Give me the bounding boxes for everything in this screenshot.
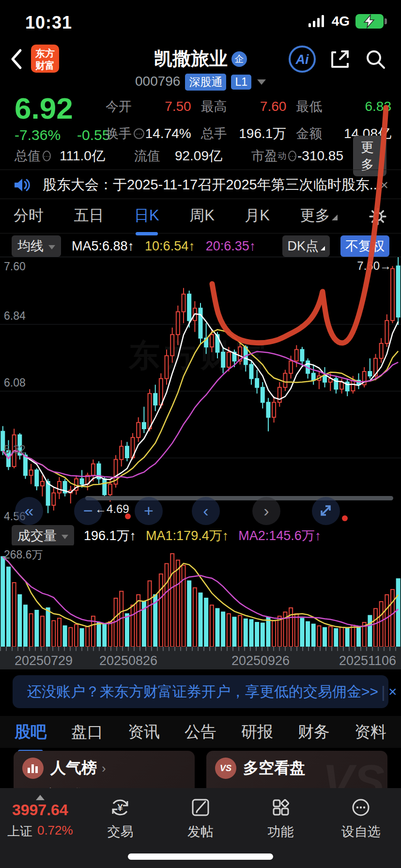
open-value: 7.50 (132, 99, 201, 114)
close-icon[interactable]: × (380, 177, 388, 193)
index-value: 3997.64 (12, 801, 68, 819)
share-icon[interactable] (328, 47, 352, 71)
tab-caiwu[interactable]: 财务 (298, 721, 330, 743)
nav-watchlist[interactable]: 设自选 (321, 788, 401, 868)
quote-row3: 总值⋯ 111.0亿 流值 92.09亿 市盈动⋯ -310.85 更多 (15, 143, 386, 169)
tab-pankou[interactable]: 盘口 (71, 721, 103, 743)
indicator-selector[interactable]: 均线 (12, 235, 61, 257)
tab-fenshi[interactable]: 分时 (14, 205, 44, 228)
nav-index-shanghai[interactable]: 3997.64 上证 0.72% (0, 788, 80, 868)
long-short-card[interactable]: VS VS 多空看盘 (206, 751, 387, 788)
card-title: 多空看盘 (243, 758, 305, 779)
volume-ma2: MA2:145.6万↑ (238, 527, 321, 544)
index-percent: 0.72% (37, 823, 73, 840)
tab-daily-k[interactable]: 日K (134, 205, 159, 228)
mktcap-label: 总值 (15, 147, 41, 165)
date-axis: 20250729 20250826 20250926 20251106 (0, 647, 401, 669)
gear-icon[interactable] (368, 207, 387, 226)
ma10-value: 10:6.54↑ (145, 239, 195, 254)
corner-triangle-icon (332, 215, 338, 220)
tab-gonggao[interactable]: 公告 (185, 721, 216, 743)
level-tag: L1 (231, 75, 251, 90)
announcement-bar[interactable]: 股东大会：于2025-11-17召开2025年第三次临时股东... × (0, 172, 401, 198)
mktcap-value: 111.0亿 (60, 147, 115, 165)
chart-controls: « − + ‹ › (0, 494, 401, 524)
info-icon[interactable]: ⋯ (43, 151, 51, 161)
volume-max-label: 268.6万 (4, 547, 43, 562)
ad-text: 还没账户？来东方财富证券开户，享更低的交易佣金>> (27, 682, 378, 702)
more-button[interactable]: 更多 (353, 136, 386, 176)
tab-weekly-k[interactable]: 周K (189, 205, 215, 228)
tab-yanbao[interactable]: 研报 (241, 721, 273, 743)
chevron-down-icon (62, 535, 68, 539)
status-bar: 10:31 4G (0, 0, 401, 44)
prev-button[interactable]: ‹ (192, 497, 220, 525)
y-axis-label: 6.08 (4, 376, 26, 389)
page-title: 凯撒旅业 (154, 48, 228, 69)
y-axis-label: 7.60 (4, 260, 26, 273)
nav-label: 发帖 (187, 823, 214, 840)
expand-triangle-icon (36, 795, 45, 800)
high-value: 7.60 (227, 99, 296, 114)
ma20-value: 20:6.35↑ (206, 239, 256, 254)
stock-code: 000796 (135, 74, 180, 89)
fullscreen-button[interactable] (312, 497, 340, 525)
date-label: 20250729 (15, 653, 73, 668)
zoom-in-button[interactable]: + (135, 497, 163, 525)
low-value: 6.83 (322, 99, 391, 114)
adjust-mode-button[interactable]: 不复权 (340, 235, 389, 257)
floatcap-value: 92.09亿 (175, 147, 232, 165)
popularity-card[interactable]: 人气榜 › A股市场排名第10名 (14, 751, 195, 788)
chevron-right-icon: › (102, 761, 106, 776)
kline-canvas (0, 257, 401, 525)
ma5-value: MA5:6.88↑ (72, 239, 134, 254)
ad-close-icon[interactable]: × (388, 683, 397, 700)
corner-triangle-icon (321, 246, 325, 250)
date-label: 20250826 (99, 653, 157, 668)
post-icon (189, 795, 212, 820)
ad-banner[interactable]: 还没账户？来东方财富证券开户，享更低的交易佣金>> | × (13, 675, 388, 708)
search-icon[interactable] (364, 48, 386, 70)
volume-ma1: MA1:179.4万↑ (146, 527, 229, 544)
ma-toolbar: 均线 MA5:6.88↑ 10:6.54↑ 20:6.35↑ DK点 不复权 (0, 235, 401, 257)
volume-label: 总手 (201, 125, 227, 142)
low-label: 最低 (296, 98, 322, 115)
chart-scrollbar[interactable] (85, 496, 393, 500)
nav-label: 功能 (268, 823, 294, 840)
market-tag: 深股通 (185, 74, 226, 91)
volume-selector[interactable]: 成交量 (12, 525, 74, 546)
date-label: 20251106 (339, 653, 396, 668)
ad-divider: | (381, 682, 386, 701)
next-button[interactable]: › (252, 497, 280, 525)
tab-5day[interactable]: 五日 (74, 205, 104, 228)
turnover-value: 14.74% (144, 126, 201, 141)
feature-cards: 人气榜 › A股市场排名第10名 VS VS 多空看盘 (0, 751, 401, 788)
tab-ziliao[interactable]: 资料 (355, 721, 386, 743)
info-icon[interactable]: ⋯ (134, 128, 144, 139)
tab-guba[interactable]: 股吧 (15, 721, 46, 743)
turnover-label: 换手 (106, 125, 132, 142)
date-label: 20250926 (231, 653, 290, 668)
y-axis-label: 5.32 (4, 443, 26, 456)
info-icon[interactable]: ⋯ (288, 151, 296, 161)
chevron-down-icon[interactable] (257, 79, 266, 85)
network-type: 4G (332, 14, 350, 29)
rewind-button[interactable]: « (15, 497, 43, 525)
volume-chart[interactable]: 268.6万 (0, 545, 401, 647)
svg-text:¥: ¥ (118, 802, 123, 813)
amount-label: 金额 (296, 125, 322, 142)
tab-zixun[interactable]: 资讯 (128, 721, 160, 743)
vs-watermark: VS (323, 755, 385, 788)
ranking-icon (22, 758, 44, 779)
section-tabs: 股吧 盘口 资讯 公告 研报 财务 资料 (0, 716, 401, 748)
dk-point-button[interactable]: DK点 (282, 235, 330, 257)
home-indicator[interactable] (128, 853, 273, 860)
kline-chart[interactable]: 东方财富 7.60 6.84 6.08 5.32 4.56 7.60→ ←4.6… (0, 257, 401, 524)
ai-assistant-button[interactable]: Ai (289, 46, 316, 73)
volume-canvas (0, 545, 401, 647)
enterprise-badge[interactable]: 企 (231, 51, 247, 67)
tab-monthly-k[interactable]: 月K (245, 205, 270, 228)
stock-code-row[interactable]: 000796深股通L1 (0, 74, 401, 93)
tab-more[interactable]: 更多 (300, 205, 338, 228)
speaker-icon (14, 177, 30, 193)
